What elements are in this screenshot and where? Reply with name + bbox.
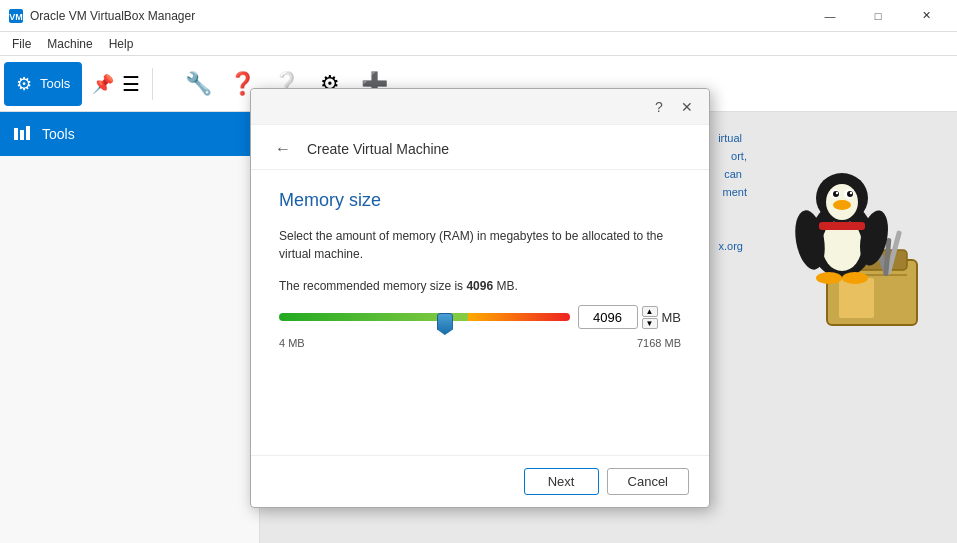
memory-value-input[interactable] bbox=[578, 305, 638, 329]
mb-label: MB bbox=[662, 310, 682, 325]
menu-toggle-button[interactable]: ☰ bbox=[118, 68, 144, 100]
side-link-4[interactable]: ment bbox=[723, 186, 747, 198]
svg-point-20 bbox=[847, 191, 853, 197]
spin-up-button[interactable]: ▲ bbox=[642, 306, 658, 317]
recommended-prefix: The recommended memory size is bbox=[279, 279, 466, 293]
sidebar: Tools bbox=[0, 112, 260, 543]
dialog-help-button[interactable]: ? bbox=[645, 93, 673, 121]
slider-background bbox=[279, 313, 570, 321]
dialog-titlebar: ? ✕ bbox=[251, 89, 709, 125]
app-icon: VM bbox=[8, 8, 24, 24]
slider-container: ▲ ▼ MB bbox=[279, 305, 681, 329]
sidebar-tools-section: Tools bbox=[0, 112, 259, 156]
menu-bar: File Machine Help bbox=[0, 32, 957, 56]
svg-rect-4 bbox=[26, 126, 30, 140]
svg-point-26 bbox=[816, 272, 842, 284]
wrench-tool-button[interactable]: 🔧 bbox=[176, 67, 220, 101]
back-button[interactable]: ← bbox=[271, 137, 295, 161]
tools-sidebar-icon bbox=[12, 124, 32, 144]
svg-rect-2 bbox=[14, 128, 18, 140]
svg-point-21 bbox=[836, 192, 838, 194]
menu-file[interactable]: File bbox=[4, 35, 39, 53]
menu-machine[interactable]: Machine bbox=[39, 35, 100, 53]
sidebar-tools-label: Tools bbox=[42, 126, 75, 142]
tux-svg bbox=[767, 130, 927, 330]
tools-label: Tools bbox=[40, 76, 70, 91]
wrench-icon: 🔧 bbox=[185, 71, 212, 97]
cancel-button[interactable]: Cancel bbox=[607, 468, 689, 495]
recommended-unit: MB. bbox=[493, 279, 518, 293]
tools-icon: ⚙ bbox=[16, 73, 32, 95]
recommended-text: The recommended memory size is 4096 MB. bbox=[279, 279, 681, 293]
description-content: Select the amount of memory (RAM) in meg… bbox=[279, 229, 663, 261]
memory-input-group: ▲ ▼ MB bbox=[578, 305, 682, 329]
dialog-body: Memory size Select the amount of memory … bbox=[251, 170, 709, 455]
svg-text:VM: VM bbox=[9, 12, 23, 22]
description-text: Select the amount of memory (RAM) in meg… bbox=[279, 227, 681, 263]
side-link-3[interactable]: can bbox=[724, 168, 742, 180]
slider-labels: 4 MB 7168 MB bbox=[279, 337, 681, 349]
next-button[interactable]: Next bbox=[524, 468, 599, 495]
slider-max-label: 7168 MB bbox=[637, 337, 681, 349]
section-title: Memory size bbox=[279, 190, 681, 211]
side-link-1[interactable]: irtual bbox=[718, 132, 742, 144]
recommended-value: 4096 bbox=[466, 279, 493, 293]
menu-help[interactable]: Help bbox=[101, 35, 142, 53]
app-title: Oracle VM VirtualBox Manager bbox=[30, 9, 807, 23]
svg-rect-9 bbox=[839, 278, 874, 318]
svg-point-23 bbox=[833, 200, 851, 210]
title-bar: VM Oracle VM VirtualBox Manager — □ ✕ bbox=[0, 0, 957, 32]
side-link-2[interactable]: ort, bbox=[731, 150, 747, 162]
slider-track bbox=[279, 307, 570, 327]
spinbox-buttons: ▲ ▼ bbox=[642, 306, 658, 329]
svg-point-22 bbox=[850, 192, 852, 194]
vbox-link[interactable]: x.org bbox=[719, 240, 743, 252]
svg-point-27 bbox=[842, 272, 868, 284]
tools-button[interactable]: ⚙ Tools bbox=[4, 62, 82, 106]
dialog-footer: Next Cancel bbox=[251, 455, 709, 507]
minimize-button[interactable]: — bbox=[807, 0, 853, 32]
spin-down-button[interactable]: ▼ bbox=[642, 318, 658, 329]
close-window-button[interactable]: ✕ bbox=[903, 0, 949, 32]
pin-button[interactable]: 📌 bbox=[88, 69, 118, 99]
dialog-close-button[interactable]: ✕ bbox=[673, 93, 701, 121]
dialog: ? ✕ ← Create Virtual Machine Memory size… bbox=[250, 88, 710, 508]
dialog-header: ← Create Virtual Machine bbox=[251, 125, 709, 170]
window-controls: — □ ✕ bbox=[807, 0, 949, 32]
dialog-title: Create Virtual Machine bbox=[307, 141, 449, 157]
svg-rect-3 bbox=[20, 130, 24, 140]
svg-point-19 bbox=[833, 191, 839, 197]
tux-mascot bbox=[767, 130, 927, 333]
slider-min-label: 4 MB bbox=[279, 337, 305, 349]
maximize-button[interactable]: □ bbox=[855, 0, 901, 32]
svg-rect-28 bbox=[819, 222, 865, 230]
